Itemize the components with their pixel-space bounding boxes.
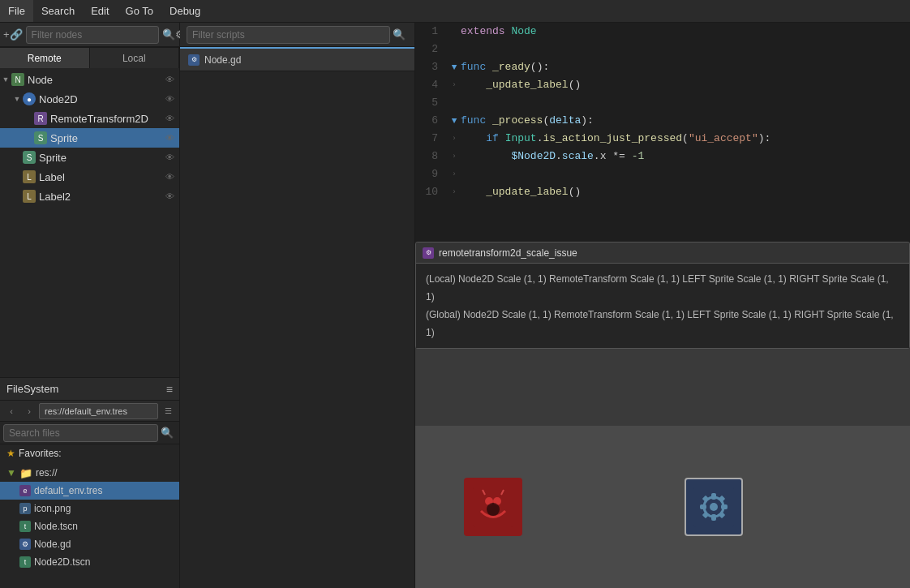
tree-item-node[interactable]: ▼ N Node 👁 [0, 70, 179, 89]
tree-arrow-node2d[interactable]: ▼ [11, 93, 23, 105]
filesystem-menu-icon[interactable]: ≡ [166, 383, 173, 396]
code-line-7: 7 › if Input.is_action_just_pressed("ui_… [415, 130, 910, 148]
fs-file-default-env[interactable]: e default_env.tres [0, 482, 179, 500]
env-file-icon: e [19, 485, 31, 496]
line-num-6: 6 [415, 112, 448, 130]
tree-eye-label2[interactable]: 👁 [163, 190, 176, 203]
tab-remote[interactable]: Remote [0, 48, 90, 68]
line-num-9: 9 [415, 165, 448, 183]
fs-path-display: res://default_env.tres [39, 403, 158, 419]
line-content-9 [461, 165, 486, 183]
line-num-4: 4 [415, 76, 448, 94]
tree-item-sprite2[interactable]: S Sprite 👁 [0, 148, 179, 167]
tree-eye-sprite2[interactable]: 👁 [163, 151, 176, 164]
script-tab-icon: ⚙ [188, 54, 200, 66]
add-node-icon[interactable]: + [3, 26, 10, 44]
sprite-right [685, 478, 743, 536]
fs-file-default-env-label: default_env.tres [34, 485, 103, 496]
tree-arrow-node[interactable]: ▼ [0, 74, 11, 85]
code-line-3: 3 ▼ func _ready(): [415, 58, 910, 76]
favorites-section: ★ Favorites: [0, 444, 179, 462]
fs-file-node-gd-label: Node.gd [34, 539, 71, 550]
menu-search[interactable]: Search [33, 0, 83, 22]
filesystem-panel: FileSystem ≡ ‹ › res://default_env.tres … [0, 377, 179, 588]
line-arrow-6: ▼ [448, 112, 461, 130]
search-files-input[interactable] [3, 424, 158, 442]
tree-label-node2d: Node2D [39, 93, 163, 105]
tree-item-label1[interactable]: L Label 👁 [0, 167, 179, 187]
tree-label-sprite1: Sprite [50, 132, 163, 144]
scene-tree: ▼ N Node 👁 ▼ ● Node2D 👁 R RemoteTransfor… [0, 68, 179, 377]
menu-file[interactable]: File [0, 0, 33, 22]
line-content-6: func _process(delta): [461, 112, 594, 130]
fs-layout-toggle[interactable]: ☰ [160, 403, 176, 419]
fs-file-node-gd[interactable]: ⚙ Node.gd [0, 535, 179, 553]
tree-item-sprite1[interactable]: S Sprite 👁 [0, 128, 179, 148]
fs-search-icon[interactable]: 🔍 [158, 424, 176, 442]
sprite1-icon: S [34, 131, 47, 144]
svg-point-3 [487, 503, 500, 516]
tree-eye-label1[interactable]: 👁 [163, 170, 176, 183]
menu-debug[interactable]: Debug [161, 0, 208, 22]
fs-file-node2d-tscn-label: Node2D.tscn [34, 556, 90, 568]
left-column: + 🔗 🔍 ⚙ Remote Local ▼ N Node 👁 ▼ [0, 23, 180, 588]
tree-eye-node[interactable]: 👁 [163, 73, 176, 86]
tree-eye-remote[interactable]: 👁 [163, 112, 176, 125]
link-icon[interactable]: 🔗 [10, 26, 23, 44]
game-viewport [415, 307, 910, 588]
popup-title-bar: ⚙ remotetransform2d_scale_issue [416, 242, 909, 264]
label1-icon: L [23, 170, 36, 183]
star-icon: ★ [6, 448, 15, 459]
scripts-search-icon[interactable]: 🔍 [390, 26, 408, 44]
png-file-icon: p [19, 503, 31, 514]
search-nodes-icon[interactable]: 🔍 [162, 26, 175, 44]
script-tab-node-gd[interactable]: ⚙ Node.gd [180, 47, 414, 71]
line-num-10: 10 [415, 183, 448, 201]
line-num-8: 8 [415, 148, 448, 165]
popup-line-2: (Global) Node2D Scale (1, 1) RemoteTrans… [426, 306, 899, 341]
menu-goto[interactable]: Go To [118, 0, 161, 22]
filter-nodes-input[interactable] [26, 26, 159, 44]
fs-file-icon-png[interactable]: p icon.png [0, 500, 179, 517]
scripts-panel: 🔍 ⚙ Node.gd [180, 23, 415, 588]
fs-folder-res-label: res:// [36, 467, 58, 479]
tree-eye-sprite1[interactable]: 👁 [163, 131, 176, 144]
code-line-9: 9 › [415, 165, 910, 183]
svg-rect-9 [700, 504, 706, 509]
tree-label-node: Node [28, 74, 163, 86]
popup-window: ⚙ remotetransform2d_scale_issue (Local) … [415, 242, 910, 349]
sprite-container [415, 426, 910, 588]
code-line-4: 4 › _update_label() [415, 76, 910, 94]
menu-edit[interactable]: Edit [83, 0, 117, 22]
fs-folder-res[interactable]: ▼ 📁 res:// [0, 464, 179, 482]
code-line-1: 1 extends Node [415, 23, 910, 41]
filesystem-title: FileSystem [6, 383, 166, 395]
sprite-left-icon [473, 487, 513, 527]
tree-label-remote: RemoteTransform2D [50, 113, 163, 125]
tree-eye-node2d[interactable]: 👁 [163, 92, 176, 105]
remote-icon: R [34, 112, 47, 125]
fs-forward-button[interactable]: › [21, 403, 37, 419]
menu-bar: File Search Edit Go To Debug [0, 0, 910, 23]
tscn-file-icon: t [19, 521, 31, 532]
tree-label-label1: Label [39, 171, 163, 183]
code-editor[interactable]: 1 extends Node 2 3 ▼ func _ready(): [415, 23, 910, 242]
line-arrow-4: › [448, 76, 461, 94]
fs-back-button[interactable]: ‹ [3, 403, 19, 419]
fs-file-node2d-tscn[interactable]: t Node2D.tscn [0, 553, 179, 571]
popup-content: (Local) Node2D Scale (1, 1) RemoteTransf… [416, 264, 909, 348]
line-content-8: $Node2D.scale.x *= -1 [461, 148, 644, 165]
tree-item-remotetransform[interactable]: R RemoteTransform2D 👁 [0, 109, 179, 128]
fs-file-icon-png-label: icon.png [34, 503, 71, 514]
fs-file-node-tscn[interactable]: t Node.tscn [0, 517, 179, 535]
tree-label-sprite2: Sprite [39, 152, 163, 164]
filter-scripts-input[interactable] [187, 26, 390, 44]
filesystem-header: FileSystem ≡ [0, 378, 179, 401]
code-line-8: 8 › $Node2D.scale.x *= -1 [415, 148, 910, 165]
tree-item-label2[interactable]: L Label2 👁 [0, 187, 179, 206]
line-arrow-9: › [448, 165, 461, 183]
line-content-3: func _ready(): [461, 58, 549, 76]
svg-point-6 [710, 503, 718, 511]
tab-local[interactable]: Local [90, 48, 180, 68]
tree-item-node2d[interactable]: ▼ ● Node2D 👁 [0, 89, 179, 109]
